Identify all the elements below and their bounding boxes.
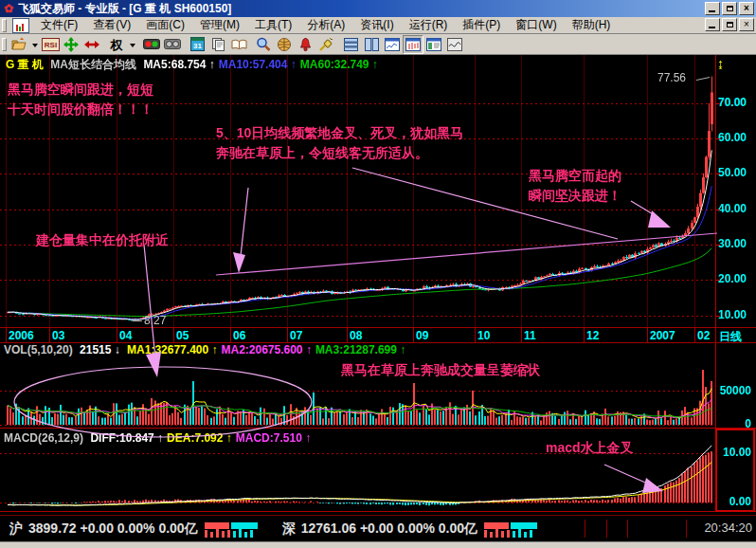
index-bar: [244, 532, 247, 538]
menu-item-8[interactable]: 插件(P): [455, 16, 508, 34]
window-info-button[interactable]: [423, 35, 444, 54]
child-minimize-button[interactable]: [705, 18, 720, 31]
x-grid-tick: [117, 328, 117, 342]
indicator-value: MA10:57.404 ↑: [219, 58, 297, 71]
application-window: ✿ 飞狐交易师 - 专业版 - [G 重 机 SH600150] × 文件(F)…: [0, 0, 756, 548]
svg-text:31: 31: [193, 42, 202, 50]
traffic-light-button[interactable]: [141, 35, 162, 54]
x-axis-row: 200603040506070809101112200702日线: [0, 327, 756, 343]
menubar-grip[interactable]: [2, 19, 7, 32]
menu-item-0[interactable]: 文件(F): [33, 16, 85, 34]
minimize-button[interactable]: [705, 2, 720, 15]
volume-header: VOL(5,10,20) 21515 ↓ MA1:32677.400 ↑MA2:…: [4, 343, 413, 356]
menu-item-6[interactable]: 资讯(I): [352, 16, 401, 34]
macd-axis-label: 0.00: [716, 495, 751, 508]
rights-adjust-button[interactable]: 权: [106, 35, 127, 54]
indicator-value: MA60:32.749 ↑: [300, 58, 378, 71]
alarm-bell-button[interactable]: [295, 35, 315, 54]
horizontal-scale-button[interactable]: [81, 35, 102, 54]
low-price-label: 8.27: [144, 314, 166, 327]
main-chart-header: G 重 机 MA短长结合均线 MA5:68.754 ↑MA10:57.404 ↑…: [6, 57, 386, 73]
open-dropdown-button[interactable]: [29, 35, 40, 54]
record-circles-button[interactable]: [162, 35, 183, 54]
restore-icon: [727, 22, 733, 27]
x-axis-label: 03: [52, 329, 64, 342]
rsi-indicator-button[interactable]: RSI: [40, 35, 61, 54]
index-bar: [250, 530, 253, 538]
copy-pages-button[interactable]: [207, 35, 228, 54]
window-chart-button[interactable]: [382, 35, 403, 54]
indicator-value: MA2:20675.600 ↑: [221, 343, 311, 356]
volume-axis-label: 0: [716, 417, 751, 430]
move-cross-button[interactable]: [61, 35, 81, 54]
index-bar: [227, 530, 230, 538]
restore-button[interactable]: [722, 2, 737, 15]
menu-item-5[interactable]: 分析(A): [299, 16, 352, 34]
tools-globe-button[interactable]: [274, 35, 295, 54]
minimize-icon: [709, 10, 715, 12]
minimize-icon: [709, 27, 715, 28]
x-grid-tick: [413, 328, 414, 342]
child-close-button[interactable]: ×: [739, 18, 754, 31]
stock-symbol: G 重 机: [6, 58, 44, 71]
menu-item-4[interactable]: 工具(T): [247, 16, 299, 34]
menu-item-1[interactable]: 查看(V): [85, 16, 138, 34]
pane-separator: [0, 428, 756, 429]
x-grid-tick: [584, 328, 585, 342]
index-bar: [205, 530, 207, 538]
tile-vertical-button[interactable]: [361, 35, 382, 54]
document-icon[interactable]: [12, 18, 29, 33]
window-wave-button[interactable]: [444, 35, 465, 54]
index-bar: [513, 531, 515, 538]
shenzhen-minibars: [484, 521, 539, 538]
status-separator: [606, 520, 607, 538]
indicator-value: MA3:21287.699 ↑: [315, 343, 405, 356]
menu-item-2[interactable]: 画面(C): [138, 16, 192, 34]
index-bar: [518, 529, 521, 538]
close-button[interactable]: ×: [739, 2, 754, 15]
x-axis-label: 11: [524, 329, 536, 342]
chart-region: G 重 机 MA短长结合均线 MA5:68.754 ↑MA10:57.404 ↑…: [0, 55, 756, 515]
menu-item-7[interactable]: 运行(R): [402, 16, 456, 34]
menu-item-10[interactable]: 帮助(H): [565, 16, 619, 34]
indicator-value: DEA:7.092 ↑: [167, 431, 232, 445]
index-bar: [501, 531, 504, 538]
open-folder-button[interactable]: [9, 35, 29, 54]
x-grid-tick: [715, 328, 716, 342]
shenzhen-label: 深: [282, 521, 296, 538]
price-axis-tick: [715, 316, 720, 317]
title-bar[interactable]: ✿ 飞狐交易师 - 专业版 - [G 重 机 SH600150] ×: [0, 0, 756, 17]
shanghai-minibars: [205, 521, 260, 538]
shenzhen-values: 12761.06 +0.00 0.00% 0.00亿: [301, 521, 477, 538]
tile-horizontal-button[interactable]: [340, 35, 361, 54]
app-logo-icon: ✿: [2, 2, 15, 15]
toolbar-grip[interactable]: [2, 38, 7, 51]
price-axis-tick: [715, 280, 720, 281]
volume-axis-label: 50000: [716, 384, 751, 397]
x-axis-label: 09: [416, 329, 428, 342]
annotation-breakout-follow: 黑马腾空瞬间跟进，短短 十天时间股价翻倍！！！: [8, 80, 153, 119]
open-book-button[interactable]: [228, 35, 249, 54]
menu-item-3[interactable]: 管理(M): [192, 16, 247, 34]
menu-item-9[interactable]: 窗口(W): [508, 16, 564, 34]
x-axis-label: 08: [350, 329, 362, 342]
calendar-button[interactable]: 31: [187, 35, 207, 54]
child-restore-button[interactable]: [722, 18, 737, 31]
status-separator: [585, 520, 585, 538]
window-kline-button[interactable]: [403, 35, 423, 54]
plug-connector-button[interactable]: [315, 35, 336, 54]
shanghai-values: 3899.72 +0.00 0.00% 0.00亿: [28, 521, 198, 538]
index-bar: [507, 530, 510, 538]
search-magnifier-button[interactable]: [253, 35, 274, 54]
period-label[interactable]: 日线: [719, 329, 742, 345]
annotation-macd-golden-cross: macd水上金叉: [546, 438, 634, 458]
high-price-label: 77.56: [657, 71, 686, 84]
window-bottom-edge: [0, 541, 756, 548]
price-axis-tick: [715, 210, 720, 210]
x-grid-tick: [475, 328, 476, 342]
scale-toggle-icon[interactable]: ↨: [717, 56, 724, 71]
x-axis-label: 12: [586, 329, 599, 342]
rights-dropdown-button[interactable]: [127, 35, 137, 54]
annotation-ma-crosses: 5、10日均线频繁地金叉、死叉，犹如黑马 奔驰在草原上，令短线客无所适从。: [216, 123, 463, 163]
vol-value: 21515 ↓: [80, 343, 120, 356]
